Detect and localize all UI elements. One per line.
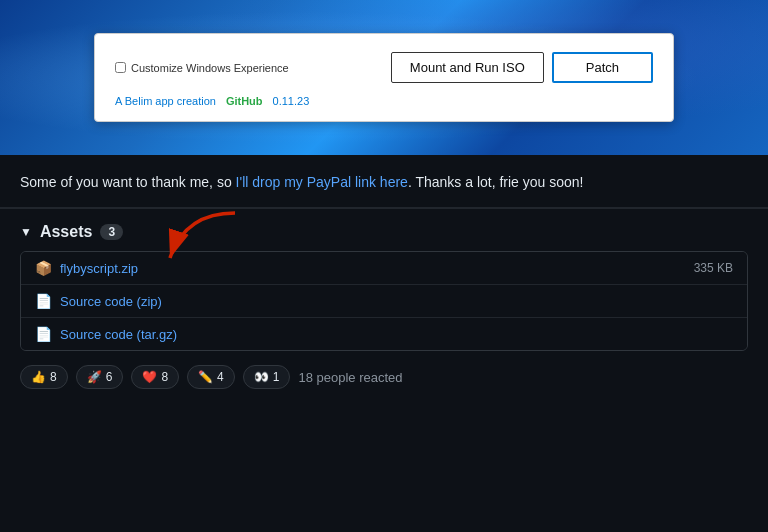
customize-checkbox-label[interactable]: Customize Windows Experience: [115, 62, 289, 74]
pencil-emoji: ✏️: [198, 370, 213, 384]
dialog-bottom-row: A Belim app creation GitHub 0.11.23: [115, 95, 653, 107]
source-zip-suffix: (zip): [137, 294, 162, 309]
source-tar-suffix: (tar.gz): [137, 327, 177, 342]
thumbsup-emoji: 👍: [31, 370, 46, 384]
customize-checkbox[interactable]: [115, 62, 126, 73]
source-zip-icon: 📄: [35, 293, 52, 309]
source-zip-link[interactable]: Source code (zip): [60, 294, 162, 309]
asset-left-zip: 📦 flybyscript.zip: [35, 260, 138, 276]
paypal-link[interactable]: I'll drop my PayPal link here: [236, 174, 408, 190]
mount-iso-button[interactable]: Mount and Run ISO: [391, 52, 544, 83]
patch-button[interactable]: Patch: [552, 52, 653, 83]
flybyscript-size: 335 KB: [694, 261, 733, 275]
github-link[interactable]: GitHub: [226, 95, 263, 107]
source-tar-link[interactable]: Source code (tar.gz): [60, 327, 177, 342]
flybyscript-zip-link[interactable]: flybyscript.zip: [60, 261, 138, 276]
reaction-rocket[interactable]: 🚀 6: [76, 365, 124, 389]
asset-left-source-zip: 📄 Source code (zip): [35, 293, 162, 309]
description-text: Some of you want to thank me, so I'll dr…: [20, 171, 748, 193]
reaction-pencil[interactable]: ✏️ 4: [187, 365, 235, 389]
pencil-count: 4: [217, 370, 224, 384]
eyes-count: 1: [273, 370, 280, 384]
belim-link[interactable]: A Belim app creation: [115, 95, 216, 107]
asset-left-source-tar: 📄 Source code (tar.gz): [35, 326, 177, 342]
triangle-icon: ▼: [20, 225, 32, 239]
main-content: Some of you want to thank me, so I'll dr…: [0, 155, 768, 208]
dialog-buttons: Mount and Run ISO Patch: [391, 52, 653, 83]
heart-count: 8: [161, 370, 168, 384]
assets-count-badge: 3: [100, 224, 123, 240]
top-image-area: Customize Windows Experience Mount and R…: [0, 0, 768, 155]
zip-file-icon: 📦: [35, 260, 52, 276]
source-tar-icon: 📄: [35, 326, 52, 342]
asset-item-source-tar[interactable]: 📄 Source code (tar.gz): [21, 318, 747, 350]
eyes-emoji: 👀: [254, 370, 269, 384]
dialog-top-row: Customize Windows Experience Mount and R…: [115, 52, 653, 83]
description-prefix: Some of you want to thank me, so: [20, 174, 236, 190]
reaction-thumbsup[interactable]: 👍 8: [20, 365, 68, 389]
description-suffix: . Thanks a lot, frie you soon!: [408, 174, 584, 190]
assets-title: Assets: [40, 223, 92, 241]
thumbsup-count: 8: [50, 370, 57, 384]
assets-header[interactable]: ▼ Assets 3: [20, 223, 748, 241]
asset-list: 📦 flybyscript.zip 335 KB 📄 Source code (…: [20, 251, 748, 351]
version-text: 0.11.23: [273, 95, 310, 107]
rocket-emoji: 🚀: [87, 370, 102, 384]
reactions-summary: 18 people reacted: [298, 370, 402, 385]
reaction-heart[interactable]: ❤️ 8: [131, 365, 179, 389]
assets-section: ▼ Assets 3 📦 flybyscript.zip 335 KB 📄 So…: [0, 209, 768, 351]
asset-item-source-zip[interactable]: 📄 Source code (zip): [21, 285, 747, 318]
app-dialog: Customize Windows Experience Mount and R…: [94, 33, 674, 122]
reaction-eyes[interactable]: 👀 1: [243, 365, 291, 389]
reactions-row: 👍 8 🚀 6 ❤️ 8 ✏️ 4 👀 1 18 people reacted: [0, 351, 768, 403]
heart-emoji: ❤️: [142, 370, 157, 384]
checkbox-text: Customize Windows Experience: [131, 62, 289, 74]
rocket-count: 6: [106, 370, 113, 384]
asset-item-zip[interactable]: 📦 flybyscript.zip 335 KB: [21, 252, 747, 285]
